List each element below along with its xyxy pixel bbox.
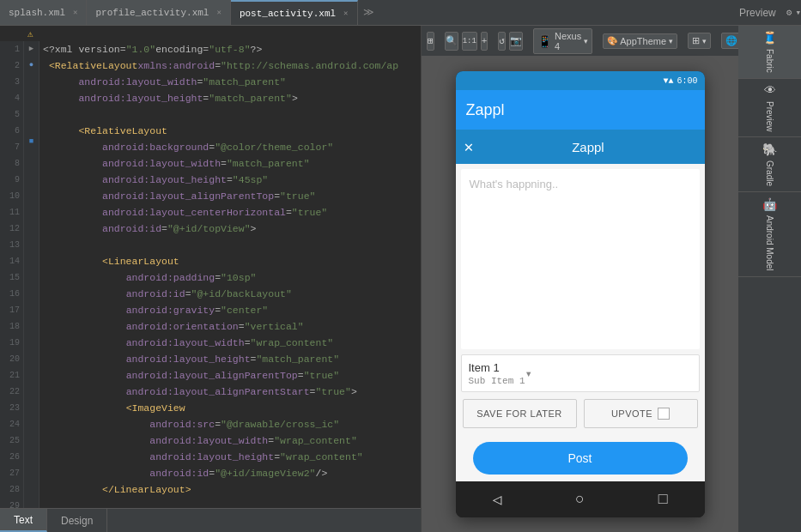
tab-label: profile_activity.xml bbox=[95, 8, 209, 18]
code-line-8: android:layout_width="match_parent" bbox=[43, 155, 417, 172]
back-nav-button[interactable]: ◁ bbox=[492, 490, 501, 509]
preview-tab-label: Preview bbox=[729, 7, 786, 19]
spinner-item-label: Item 1 bbox=[469, 361, 500, 374]
dropdown-arrow-2: ▾ bbox=[669, 37, 673, 45]
locale-icon: 🌐 bbox=[725, 35, 737, 46]
refresh-button[interactable]: ↺ bbox=[498, 32, 506, 51]
tab-post-activity-xml[interactable]: post_activity.xml ✕ bbox=[231, 0, 358, 25]
spinner-row[interactable]: Item 1 Sub Item 1 ▾ bbox=[461, 354, 700, 392]
tab-profile-activity-xml[interactable]: profile_activity.xml ✕ bbox=[87, 0, 230, 25]
phone-mockup: ▼▲ 6:00 Zappl ✕ Zappl What's happning.. bbox=[456, 71, 705, 517]
close-tab-icon[interactable]: ✕ bbox=[73, 8, 77, 17]
time-display: 6:00 bbox=[677, 76, 697, 86]
zoom-actual-button[interactable]: 1:1 bbox=[462, 32, 477, 51]
preview-panel-label: Preview bbox=[765, 101, 774, 132]
close-tab-icon[interactable]: ✕ bbox=[343, 9, 348, 18]
home-nav-button[interactable]: ○ bbox=[575, 491, 585, 508]
save-for-later-button[interactable]: SAVE FOR LATER bbox=[463, 399, 577, 428]
spinner-content: Item 1 Sub Item 1 bbox=[469, 360, 525, 386]
post-button[interactable]: Post bbox=[473, 442, 688, 475]
code-text-area[interactable]: <?xml version="1.0" encoding="utf-8"?> <… bbox=[39, 41, 421, 508]
phone-action-bar: ✕ Zappl bbox=[456, 130, 705, 164]
code-line-17: android:gravity="center" bbox=[43, 302, 417, 318]
code-line-19: android:layout_width="wrap_content" bbox=[43, 335, 417, 351]
theme-selector[interactable]: 🎨 AppTheme ▾ bbox=[603, 33, 677, 49]
menu-icon[interactable]: ▾ bbox=[795, 7, 801, 18]
preview-content: ▼▲ 6:00 Zappl ✕ Zappl What's happning.. bbox=[422, 57, 738, 532]
code-gutter: ▶ ● ■ bbox=[24, 41, 39, 508]
android-icon: 🤖 bbox=[762, 197, 777, 212]
phone-icon: 📱 bbox=[537, 34, 552, 48]
code-line-5 bbox=[43, 106, 417, 123]
code-line-7: android:background="@color/theme_color" bbox=[43, 139, 417, 155]
code-line-27: android:id="@+id/imageView2" /> bbox=[43, 465, 417, 481]
recent-nav-button[interactable]: □ bbox=[658, 491, 668, 508]
preview-panel: ⊞ 🔍 1:1 + ↺ 📷 📱 Nexus 4 ▾ 🎨 AppTheme ▾ ⊞ bbox=[421, 26, 738, 532]
tab-splash-xml[interactable]: splash.xml ✕ bbox=[0, 0, 87, 25]
settings-area: ⚙ ▾ bbox=[786, 7, 801, 18]
warning-icon: ⚠ bbox=[27, 28, 33, 39]
tab-text[interactable]: Text bbox=[0, 509, 47, 532]
fabric-panel-tab[interactable]: 🧵 Fabric bbox=[738, 26, 801, 79]
tab-label: post_activity.xml bbox=[240, 9, 336, 19]
fabric-icon: 🧵 bbox=[762, 31, 777, 45]
line-numbers: 1 2 3 4 5 6 7 8 9 10 11 12 13 14 15 16 1 bbox=[0, 41, 24, 508]
code-line-22: android:layout_alignParentStart="true"> bbox=[43, 384, 417, 400]
code-line-15: android:padding="10sp" bbox=[43, 269, 417, 286]
code-line-1: <?xml version="1.0" encoding="utf-8"?> bbox=[43, 41, 417, 57]
fabric-label: Fabric bbox=[765, 49, 774, 73]
preview-toolbar: ⊞ 🔍 1:1 + ↺ 📷 📱 Nexus 4 ▾ 🎨 AppTheme ▾ ⊞ bbox=[422, 26, 738, 57]
screenshot-button[interactable]: 📷 bbox=[509, 32, 523, 51]
zoom-in-button[interactable]: + bbox=[481, 32, 488, 51]
device-selector[interactable]: 📱 Nexus 4 ▾ bbox=[533, 28, 592, 54]
code-lines: 1 2 3 4 5 6 7 8 9 10 11 12 13 14 15 16 1 bbox=[0, 41, 421, 508]
close-button[interactable]: ✕ bbox=[464, 137, 474, 156]
tab-label: splash.xml bbox=[9, 8, 65, 18]
action-bar-title: Zappl bbox=[480, 140, 695, 154]
code-line-11: android:layout_centerHorizontal="true" bbox=[43, 204, 417, 221]
android-model-panel-tab[interactable]: 🤖 Android Model bbox=[738, 192, 801, 276]
dropdown-arrow-3: ▾ bbox=[702, 37, 707, 45]
dropdown-arrow: ▾ bbox=[584, 37, 588, 45]
code-line-14: <LinearLayout bbox=[43, 253, 417, 269]
gear-icon[interactable]: ⚙ bbox=[786, 7, 792, 18]
code-line-13 bbox=[43, 237, 417, 253]
phone-status-bar: ▼▲ 6:00 bbox=[456, 71, 705, 90]
code-line-3: android:layout_width="match_parent" bbox=[43, 74, 417, 90]
code-content: 1 2 3 4 5 6 7 8 9 10 11 12 13 14 15 16 1 bbox=[0, 41, 421, 508]
code-line-20: android:layout_height="match_parent" bbox=[43, 351, 417, 367]
action-row: SAVE FOR LATER UPVOTE bbox=[456, 392, 705, 435]
code-line-10: android:layout_alignParentTop="true" bbox=[43, 188, 417, 204]
code-line-28: </LinearLayout> bbox=[43, 481, 417, 498]
zoom-fit-button[interactable]: ⊞ bbox=[427, 32, 434, 51]
orientation-selector[interactable]: ⊞ ▾ bbox=[688, 33, 711, 49]
code-line-18: android:orientation="vertical" bbox=[43, 318, 417, 335]
app-title: Zappl bbox=[466, 101, 505, 119]
code-line-2: <RelativeLayout xmlns:android="http://sc… bbox=[43, 57, 417, 74]
post-row: Post bbox=[456, 435, 705, 481]
code-line-25: android:layout_width="wrap_content" bbox=[43, 432, 417, 449]
preview-panel-tab[interactable]: 👁 Preview bbox=[738, 79, 801, 138]
tab-bar: splash.xml ✕ profile_activity.xml ✕ post… bbox=[0, 0, 801, 26]
phone-app-bar: Zappl bbox=[456, 90, 705, 130]
gradle-panel-tab[interactable]: 🐘 Gradle bbox=[738, 137, 801, 192]
upvote-checkbox[interactable] bbox=[658, 408, 670, 420]
post-textarea[interactable]: What's happning.. bbox=[461, 169, 700, 349]
code-line-6: <RelativeLayout bbox=[43, 123, 417, 139]
spinner-sub-label: Sub Item 1 bbox=[469, 376, 525, 386]
code-line-12: android:id="@+id/topView"> bbox=[43, 221, 417, 237]
bottom-tabs: Text Design bbox=[0, 508, 421, 532]
wifi-icon: ▼▲ bbox=[663, 76, 673, 86]
spinner-dropdown-icon[interactable]: ▾ bbox=[525, 366, 532, 381]
gradle-label: Gradle bbox=[765, 160, 774, 186]
more-tabs-button[interactable]: ≫ bbox=[358, 6, 379, 19]
tab-design[interactable]: Design bbox=[47, 509, 107, 532]
code-line-29 bbox=[43, 498, 417, 508]
code-line-24: android:src="@drawable/cross_ic" bbox=[43, 416, 417, 432]
code-line-26: android:layout_height="wrap_content" bbox=[43, 449, 417, 465]
zoom-out-button[interactable]: 🔍 bbox=[445, 32, 458, 51]
close-tab-icon[interactable]: ✕ bbox=[216, 8, 221, 17]
upvote-button[interactable]: UPVOTE bbox=[584, 399, 698, 428]
code-panel: ⚠ 1 2 3 4 5 6 7 8 9 10 11 12 13 14 bbox=[0, 26, 421, 532]
theme-icon: 🎨 bbox=[607, 36, 617, 45]
